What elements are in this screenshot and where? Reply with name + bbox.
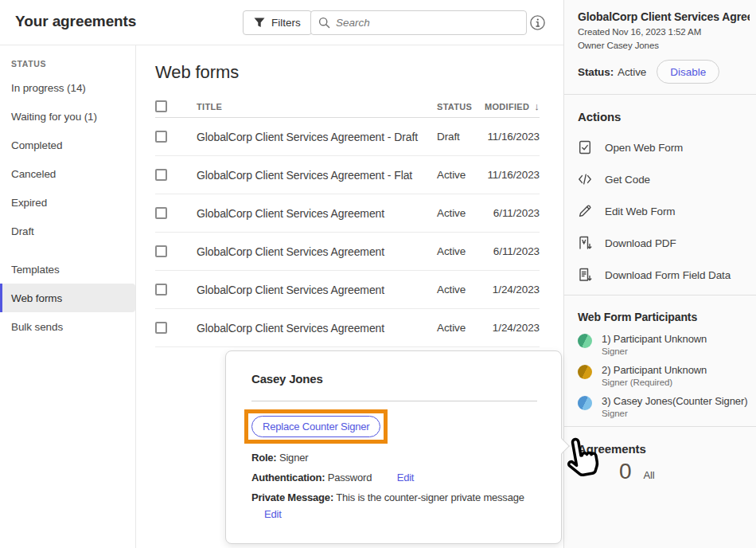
actions-heading: Actions: [578, 110, 750, 123]
replace-counter-signer-button[interactable]: Replace Counter Signer: [251, 416, 380, 437]
private-message-edit-link[interactable]: Edit: [264, 508, 282, 520]
participants-list: 1) Participant Unknown Signer 2) Partici…: [578, 333, 750, 418]
row-checkbox[interactable]: [155, 322, 167, 334]
action-label: Download Form Field Data: [605, 269, 731, 281]
row-modified: 6/11/2023: [479, 207, 540, 219]
info-icon[interactable]: [530, 15, 545, 30]
search-box: [310, 10, 527, 35]
row-modified: 11/16/2023: [479, 169, 540, 181]
sidebar-item-waiting-for-you[interactable]: Waiting for you (1): [0, 102, 135, 131]
row-checkbox[interactable]: [155, 284, 167, 296]
row-checkbox[interactable]: [155, 131, 167, 143]
participant-role: Signer: [602, 346, 707, 356]
detail-created: Created Nov 16, 2023 1:52 AM: [578, 27, 750, 37]
action-download-form-field-data[interactable]: Download Form Field Data: [578, 259, 750, 291]
row-status: Active: [437, 284, 479, 296]
filters-button[interactable]: Filters: [243, 10, 312, 35]
select-all-checkbox[interactable]: [155, 100, 167, 112]
participant-avatar: [578, 334, 592, 348]
sidebar-item-canceled[interactable]: Canceled: [0, 159, 135, 188]
column-header-title[interactable]: TITLE: [168, 102, 437, 112]
authentication-value: Password: [328, 472, 372, 483]
filters-label: Filters: [271, 17, 301, 29]
participant-item-counter-signer[interactable]: 3) Casey Jones(Counter Signer) Signer: [578, 395, 750, 418]
disable-button[interactable]: Disable: [657, 60, 719, 84]
table-row[interactable]: GlobalCorp Client Services Agreement Act…: [155, 309, 540, 347]
row-status: Active: [437, 169, 479, 181]
row-modified: 1/24/2023: [479, 322, 540, 334]
download-pdf-icon: [578, 236, 592, 250]
table-row[interactable]: GlobalCorp Client Services Agreement - F…: [155, 156, 540, 194]
participants-heading: Web Form Participants: [578, 311, 750, 323]
sidebar-item-draft[interactable]: Draft: [0, 217, 135, 245]
sidebar-item-templates[interactable]: Templates: [0, 255, 135, 284]
panel-divider: [564, 94, 756, 95]
participant-avatar: [578, 396, 592, 410]
action-label: Download PDF: [605, 237, 676, 249]
counter-signer-popup: Casey Jones Replace Counter Signer Role:…: [225, 350, 562, 544]
table-row[interactable]: GlobalCorp Client Services Agreement Act…: [155, 271, 540, 309]
participant-name: 1) Participant Unknown: [602, 333, 707, 345]
annotation-highlight-box: Replace Counter Signer: [244, 409, 388, 444]
sidebar-item-bulk-sends[interactable]: Bulk sends: [0, 312, 135, 341]
row-checkbox[interactable]: [155, 169, 167, 181]
row-title: GlobalCorp Client Services Agreement - F…: [168, 169, 437, 182]
participant-item[interactable]: 2) Participant Unknown Signer (Required): [578, 364, 750, 387]
role-label: Role:: [251, 452, 277, 464]
row-checkbox[interactable]: [155, 245, 167, 257]
action-download-pdf[interactable]: Download PDF: [578, 227, 750, 259]
action-open-web-form[interactable]: Open Web Form: [578, 131, 750, 163]
row-checkbox[interactable]: [155, 207, 167, 219]
table-row[interactable]: GlobalCorp Client Services Agreement Act…: [155, 194, 540, 233]
private-message-line: Private Message: This is the counter-sig…: [251, 491, 537, 503]
agreements-heading: Agreements: [578, 442, 750, 456]
open-web-form-icon: [578, 140, 592, 155]
row-title: GlobalCorp Client Services Agreement: [168, 322, 437, 335]
action-get-code[interactable]: Get Code: [578, 163, 750, 195]
get-code-icon: [578, 172, 592, 186]
sidebar-item-web-forms[interactable]: Web forms: [0, 284, 135, 312]
private-message-label: Private Message:: [251, 491, 333, 503]
row-title: GlobalCorp Client Services Agreement - D…: [168, 131, 437, 143]
row-status: Draft: [437, 131, 479, 143]
row-modified: 1/24/2023: [479, 284, 540, 296]
sidebar-item-expired[interactable]: Expired: [0, 188, 135, 217]
row-title: GlobalCorp Client Services Agreement: [168, 245, 437, 258]
search-input[interactable]: [336, 17, 519, 29]
participant-item[interactable]: 1) Participant Unknown Signer: [578, 333, 750, 356]
private-message-value: This is the counter-signer private messa…: [336, 491, 524, 503]
top-bar: Your agreements Filters: [0, 0, 563, 45]
table-row[interactable]: GlobalCorp Client Services Agreement - D…: [155, 118, 540, 156]
agreements-all-label[interactable]: All: [643, 469, 654, 481]
app-root: Your agreements Filters STATUS In progre…: [0, 0, 756, 548]
status-sidebar: STATUS In progress (14) Waiting for you …: [0, 45, 136, 548]
sort-desc-icon[interactable]: ↓: [534, 100, 540, 112]
authentication-edit-link[interactable]: Edit: [397, 472, 415, 483]
status-value: Active: [618, 66, 646, 78]
status-label: Status:: [578, 66, 614, 78]
row-title: GlobalCorp Client Services Agreement: [168, 284, 437, 296]
role-value: Signer: [279, 452, 308, 464]
participant-name: 2) Participant Unknown: [602, 364, 707, 376]
sidebar-section-label: STATUS: [0, 45, 135, 73]
role-line: Role: Signer: [251, 452, 537, 464]
row-modified: 11/16/2023: [479, 131, 540, 143]
actions-list: Open Web Form Get Code Edit Web Form Dow…: [578, 131, 750, 291]
sidebar-item-in-progress[interactable]: In progress (14): [0, 73, 135, 102]
download-form-field-data-icon: [578, 268, 592, 282]
detail-owner: Owner Casey Jones: [578, 41, 750, 50]
detail-title: GlobalCorp Client Services Agreement: [578, 10, 750, 23]
search-icon: [318, 17, 330, 29]
column-header-modified[interactable]: MODIFIED↓: [479, 100, 540, 112]
list-title: Web forms: [155, 62, 540, 83]
row-status: Active: [437, 207, 479, 219]
panel-divider: [564, 295, 756, 296]
agreements-count: 0: [619, 459, 631, 484]
status-row: Status: Active Disable: [578, 60, 750, 84]
table-row[interactable]: GlobalCorp Client Services Agreement Act…: [155, 233, 540, 271]
column-header-status[interactable]: STATUS: [437, 102, 479, 112]
sidebar-item-completed[interactable]: Completed: [0, 131, 135, 159]
action-label: Get Code: [605, 174, 650, 186]
edit-web-form-icon: [578, 204, 592, 218]
action-edit-web-form[interactable]: Edit Web Form: [578, 195, 750, 227]
